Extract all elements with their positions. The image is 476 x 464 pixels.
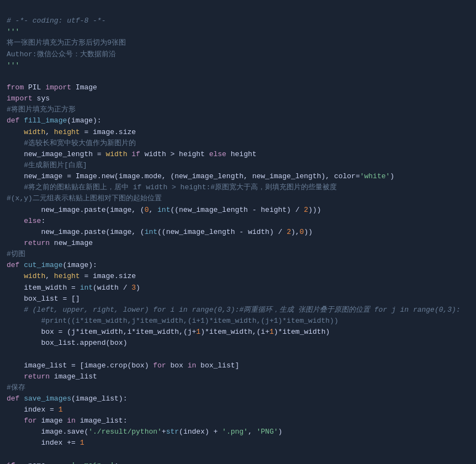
line-2: ''' xyxy=(7,28,19,36)
line-9: #将图片填充为正方形 xyxy=(7,105,76,114)
line-22: #切图 xyxy=(7,250,25,258)
line-12: #选较长和宽中较大值作为新图片的 xyxy=(7,139,136,147)
line-8: import xyxy=(7,94,33,103)
line-23: def xyxy=(7,261,19,269)
line-33: #保存 xyxy=(7,383,25,392)
line-14: #生成新图片[白底] xyxy=(7,161,87,169)
line-34: def xyxy=(7,394,19,403)
line-3: 将一张图片填充为正方形后切为9张图 xyxy=(7,39,126,47)
line-10: def xyxy=(7,116,19,125)
line-16: #将之前的图粘贴在新图上，居中 if width > height:#原图宽大于… xyxy=(7,183,337,191)
line-27: # (left, upper, right, lower) for i in r… xyxy=(7,306,461,314)
line-40: if xyxy=(7,461,15,464)
line-4: Author:微信公众号：大数据前沿 xyxy=(7,50,116,58)
line-7: from xyxy=(7,83,24,92)
line-17: #(x,y)二元组表示粘贴上图相对下图的起始位置 xyxy=(7,194,162,202)
line-5: ''' xyxy=(7,61,19,70)
line-1: # -*- coding: utf-8 -*- xyxy=(7,17,105,25)
code-editor: # -*- coding: utf-8 -*- ''' 将一张图片填充为正方形后… xyxy=(7,4,469,464)
line-28: #print((i*item_width,j*item_width,(i+1)*… xyxy=(7,317,339,325)
